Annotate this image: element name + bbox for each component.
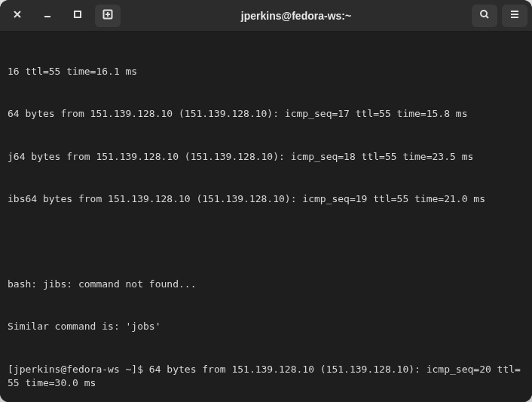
maximize-button[interactable] <box>65 5 90 27</box>
svg-point-2 <box>481 11 487 17</box>
terminal-output[interactable]: 16 ttl=55 time=16.1 ms 64 bytes from 151… <box>0 32 532 402</box>
window-title: jperkins@fedora-ws:~ <box>125 10 467 22</box>
titlebar: jperkins@fedora-ws:~ <box>0 0 532 32</box>
search-button[interactable] <box>472 5 497 27</box>
output-line: [jperkins@fedora-ws ~]$ 64 bytes from 15… <box>8 363 524 391</box>
menu-button[interactable] <box>502 5 527 27</box>
output-line: ibs64 bytes from 151.139.128.10 (151.139… <box>8 192 524 207</box>
new-tab-button[interactable] <box>95 5 121 27</box>
titlebar-right-group <box>472 5 527 27</box>
terminal-window: jperkins@fedora-ws:~ 16 ttl=55 time=16.1… <box>0 0 532 402</box>
maximize-icon <box>72 8 84 23</box>
output-line: 64 bytes from 151.139.128.10 (151.139.12… <box>8 107 524 121</box>
output-line: 16 ttl=55 time=16.1 ms <box>8 65 524 79</box>
svg-rect-0 <box>75 11 81 17</box>
plus-box-icon <box>102 8 114 23</box>
close-icon <box>11 8 23 23</box>
hamburger-icon <box>509 8 521 23</box>
output-line: bash: jibs: command not found... <box>8 278 524 292</box>
minimize-icon <box>41 8 54 23</box>
output-line: Similar command is: 'jobs' <box>8 320 524 334</box>
search-icon <box>478 8 491 23</box>
minimize-button[interactable] <box>35 5 60 27</box>
output-line: j64 bytes from 151.139.128.10 (151.139.1… <box>8 150 524 164</box>
output-line <box>8 235 524 249</box>
close-button[interactable] <box>5 5 30 27</box>
